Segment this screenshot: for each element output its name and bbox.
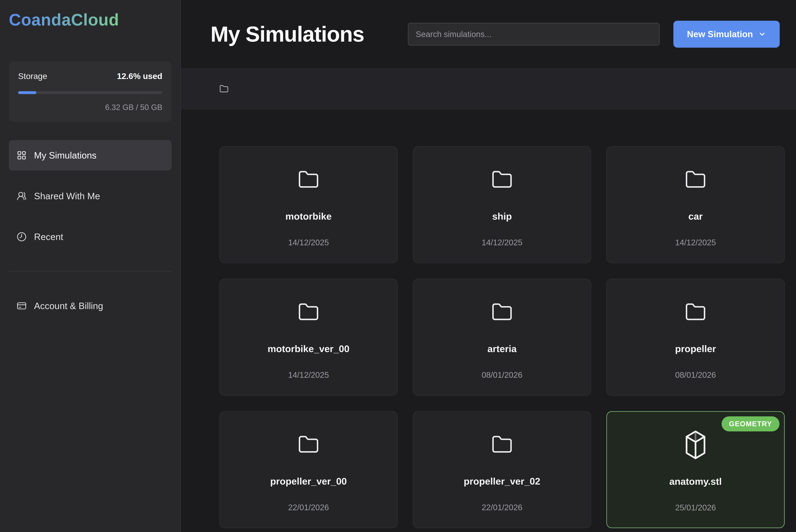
simulation-date: 22/01/2026 — [482, 502, 522, 512]
simulation-date: 14/12/2025 — [288, 238, 329, 247]
simulation-card[interactable]: propeller_ver_0022/01/2026 — [219, 411, 397, 528]
folder-icon — [298, 169, 319, 191]
simulation-date: 14/12/2025 — [482, 238, 522, 247]
geometry-badge: GEOMETRY — [722, 416, 779, 432]
card-icon-wrap — [685, 297, 706, 328]
simulation-date: 22/01/2026 — [288, 502, 329, 512]
folder-icon — [685, 169, 706, 191]
storage-used-percent: 12.6% used — [117, 71, 162, 81]
simulation-name: propeller_ver_02 — [464, 476, 540, 487]
card-icon-wrap — [684, 429, 708, 461]
simulation-card[interactable]: arteria08/01/2026 — [413, 279, 591, 396]
simulation-name: propeller — [675, 343, 716, 354]
page-title: My Simulations — [210, 22, 364, 46]
sidebar-item-label: Shared With Me — [34, 191, 100, 201]
new-simulation-button[interactable]: New Simulation — [673, 21, 780, 48]
grid-icon — [17, 150, 26, 160]
card-icon-wrap — [298, 297, 319, 328]
content: motorbike14/12/2025ship14/12/2025car14/1… — [181, 110, 796, 532]
storage-progress-track — [18, 91, 162, 94]
simulation-name: motorbike_ver_00 — [267, 343, 349, 354]
card-icon-wrap — [685, 164, 706, 195]
simulation-grid: motorbike14/12/2025ship14/12/2025car14/1… — [219, 146, 785, 528]
chevron-down-icon — [758, 30, 766, 38]
sidebar-item-my-simulations[interactable]: My Simulations — [9, 140, 171, 171]
breadcrumb — [181, 69, 796, 110]
folder-icon — [491, 434, 513, 456]
folder-icon — [491, 169, 513, 191]
simulation-date: 14/12/2025 — [675, 238, 716, 247]
simulation-name: motorbike — [285, 211, 332, 222]
box-3d-icon — [684, 430, 708, 460]
simulation-card[interactable]: ship14/12/2025 — [413, 146, 591, 263]
simulation-card[interactable]: propeller_ver_0222/01/2026 — [413, 411, 591, 528]
search-input[interactable] — [408, 23, 660, 45]
folder-icon — [298, 434, 319, 456]
simulation-date: 14/12/2025 — [288, 370, 329, 380]
simulation-name: propeller_ver_00 — [270, 476, 347, 487]
card-icon-wrap — [298, 429, 319, 460]
folder-icon — [685, 301, 706, 323]
storage-progress-fill — [18, 91, 36, 94]
sidebar-divider — [9, 271, 171, 271]
simulation-date: 08/01/2026 — [482, 370, 522, 380]
simulation-card[interactable]: GEOMETRYanatomy.stl25/01/2026 — [606, 411, 785, 528]
sidebar-item-account-billing[interactable]: Account & Billing — [9, 291, 171, 321]
header: My Simulations New Simulation — [181, 0, 796, 69]
clock-icon — [17, 232, 26, 242]
new-simulation-label: New Simulation — [687, 29, 753, 39]
folder-icon — [298, 301, 319, 323]
card-icon-wrap — [491, 164, 513, 195]
card-icon-wrap — [491, 297, 513, 328]
simulation-card[interactable]: motorbike14/12/2025 — [219, 146, 397, 263]
simulation-date: 25/01/2026 — [675, 503, 716, 512]
sidebar: CoandaCloud Storage 12.6% used 6.32 GB /… — [0, 0, 181, 532]
card-icon-wrap — [491, 429, 513, 460]
sidebar-item-recent[interactable]: Recent — [9, 222, 171, 252]
simulation-card[interactable]: motorbike_ver_0014/12/2025 — [219, 279, 397, 396]
simulation-date: 08/01/2026 — [675, 370, 716, 380]
sidebar-item-label: Recent — [34, 231, 63, 242]
users-icon — [17, 191, 26, 201]
simulation-card[interactable]: car14/12/2025 — [606, 146, 785, 263]
folder-icon[interactable] — [219, 84, 228, 94]
simulation-card[interactable]: propeller08/01/2026 — [606, 279, 785, 396]
folder-icon — [491, 301, 513, 323]
storage-label: Storage — [18, 71, 47, 81]
simulation-name: anatomy.stl — [669, 476, 722, 487]
sidebar-item-label: Account & Billing — [34, 301, 103, 311]
sidebar-nav-secondary: Account & Billing — [9, 291, 171, 321]
simulation-name: car — [688, 211, 703, 222]
app-logo: CoandaCloud — [9, 10, 119, 30]
sidebar-item-shared-with-me[interactable]: Shared With Me — [9, 181, 171, 211]
card-icon-wrap — [298, 164, 319, 195]
credit-card-icon — [17, 301, 26, 311]
simulation-name: ship — [492, 211, 512, 222]
sidebar-nav: My Simulations Shared With Me Recent — [9, 140, 171, 252]
storage-detail: 6.32 GB / 50 GB — [18, 103, 162, 112]
main-area: My Simulations New Simulation motorbike1… — [181, 0, 796, 532]
sidebar-item-label: My Simulations — [34, 150, 97, 160]
simulation-name: arteria — [487, 343, 517, 354]
storage-widget: Storage 12.6% used 6.32 GB / 50 GB — [9, 61, 171, 122]
